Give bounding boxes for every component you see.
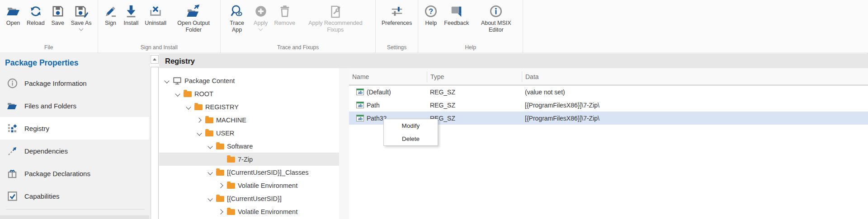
install-label: Install (124, 20, 139, 27)
preferences-icon (390, 3, 404, 20)
folder-icon (194, 104, 203, 110)
column-header-data[interactable]: Data (522, 71, 868, 82)
sidebar-item-package-information[interactable]: Package Information (0, 72, 149, 94)
apply-button[interactable]: Apply (250, 0, 271, 31)
about-msix-editor-label: About MSIX Editor (475, 20, 517, 33)
sidebar: Package Properties Package Information F… (0, 54, 149, 219)
remove-button[interactable]: Remove (271, 0, 298, 27)
trace-app-label: Trace App (226, 20, 247, 33)
column-header-type[interactable]: Type (427, 71, 522, 82)
save-as-label: Save As (71, 20, 92, 27)
sidebar-divider (6, 209, 145, 210)
uninstall-label: Uninstall (145, 20, 166, 27)
sidebar-item-label: Registry (24, 125, 49, 132)
tree-node-label: Package Content (184, 77, 235, 84)
info-icon (7, 78, 18, 89)
preferences-label: Preferences (382, 20, 412, 27)
value-name: (Default) (367, 89, 391, 96)
chevron-right-icon[interactable] (218, 182, 224, 189)
reload-button[interactable]: Reload (24, 0, 48, 27)
apply-recommended-fixups-icon (329, 3, 342, 20)
chevron-down-icon[interactable] (259, 27, 263, 31)
folder-icon (184, 91, 192, 97)
open-button[interactable]: Open (3, 0, 24, 27)
chevron-down-icon[interactable] (196, 130, 203, 136)
tree-node-label: ROOT (194, 90, 213, 98)
sidebar-item-package-declarations[interactable]: Package Declarations (0, 162, 149, 185)
uninstall-icon (149, 3, 162, 20)
chevron-right-icon[interactable] (196, 117, 203, 123)
table-row-default[interactable]: ab (Default) REG_SZ (value not set) (349, 85, 868, 98)
preferences-button[interactable]: Preferences (378, 0, 415, 27)
chevron-down-icon[interactable] (207, 169, 213, 176)
sidebar-item-files-and-folders[interactable]: Files and Folders (0, 94, 149, 117)
uninstall-button[interactable]: Uninstall (142, 0, 170, 27)
tree-node-currentusersid[interactable]: [{CurrentUserSID}] (159, 192, 339, 205)
sidebar-item-label: Capabilities (24, 192, 60, 200)
page-title-bar: Registry (159, 54, 868, 68)
chevron-down-icon[interactable] (175, 91, 181, 97)
help-button[interactable]: ? Help (421, 0, 441, 27)
ribbon-group-file: Open Reload Save (0, 0, 98, 53)
tree-node-label: MACHINE (216, 116, 246, 124)
value-name: Path (367, 102, 380, 109)
tree-node-7-zip[interactable]: 7-Zip (159, 153, 339, 166)
tree-node-root[interactable]: ROOT (159, 87, 339, 100)
context-menu-item-delete[interactable]: Delete (384, 132, 438, 145)
svg-text:?: ? (429, 8, 433, 15)
chevron-down-icon[interactable] (207, 196, 213, 202)
sidebar-item-label: Package Information (24, 79, 87, 87)
sign-icon (104, 3, 118, 20)
folder-icon (216, 196, 224, 202)
tree-scrollbar-track[interactable] (339, 68, 349, 219)
dependencies-icon (7, 145, 18, 156)
chevron-down-icon[interactable] (185, 104, 192, 110)
remove-icon (278, 3, 292, 20)
sidebar-item-label: Package Declarations (24, 170, 90, 177)
ribbon-group-label-file: File (3, 43, 95, 53)
tree-node-label: USER (216, 130, 234, 137)
chevron-right-icon[interactable] (218, 209, 224, 215)
context-menu-item-modify[interactable]: Modify (384, 119, 438, 132)
tree-node-volatile-environment-2[interactable]: Volatile Environment (159, 205, 339, 218)
sidebar-item-capabilities[interactable]: Capabilities (0, 185, 149, 207)
page-title: Registry (165, 57, 195, 65)
save-as-button[interactable]: Save As (68, 0, 95, 31)
tree-node-registry[interactable]: REGISTRY (159, 100, 339, 113)
chevron-down-icon[interactable] (164, 78, 170, 84)
chevron-down-icon[interactable] (79, 27, 83, 31)
feedback-button[interactable]: Feedback (441, 0, 472, 27)
column-header-name[interactable]: Name (349, 71, 427, 82)
tree-node-volatile-environment-1[interactable]: Volatile Environment (159, 179, 339, 192)
tree-node-package-content[interactable]: Package Content (159, 74, 339, 87)
string-value-icon: ab (356, 89, 364, 95)
open-icon (6, 3, 20, 20)
files-folders-icon (7, 100, 18, 111)
sidebar-title: Package Properties (0, 54, 149, 72)
tree-node-machine[interactable]: MACHINE (159, 113, 339, 126)
open-output-folder-button[interactable]: Open Output Folder (170, 0, 217, 33)
scrollbar-thumb[interactable] (151, 67, 159, 219)
tree-node-label: [{CurrentUserSID}] (227, 195, 282, 202)
scroll-up-button[interactable] (151, 55, 159, 64)
folder-icon (227, 183, 235, 189)
table-row-path[interactable]: ab Path REG_SZ [{ProgramFilesX86}]\7-Zip… (349, 98, 868, 112)
chevron-down-icon[interactable] (207, 143, 213, 149)
tree-node-software[interactable]: Software (159, 140, 339, 153)
sign-button[interactable]: Sign (101, 0, 121, 27)
save-button[interactable]: Save (48, 0, 68, 27)
sidebar-item-dependencies[interactable]: Dependencies (0, 140, 149, 162)
sidebar-item-registry[interactable]: Registry (0, 117, 149, 140)
table-header: Name Type Data (349, 68, 868, 85)
apply-recommended-fixups-button[interactable]: Apply Recommended Fixups (298, 0, 373, 33)
tree-node-currentusersid-classes[interactable]: [{CurrentUserSID}]_Classes (159, 166, 339, 179)
about-msix-editor-button[interactable]: About MSIX Editor (472, 0, 520, 33)
tree-node-user[interactable]: USER (159, 126, 339, 140)
string-value-icon: ab (356, 115, 364, 121)
trace-app-button[interactable]: Trace App (223, 0, 250, 33)
install-button[interactable]: Install (121, 0, 142, 27)
trace-app-icon (230, 3, 244, 20)
value-data: [{ProgramFilesX86}]\7-Zip\ (522, 115, 868, 122)
tree-node-label: Volatile Environment (238, 208, 297, 215)
apply-label: Apply (254, 20, 268, 27)
